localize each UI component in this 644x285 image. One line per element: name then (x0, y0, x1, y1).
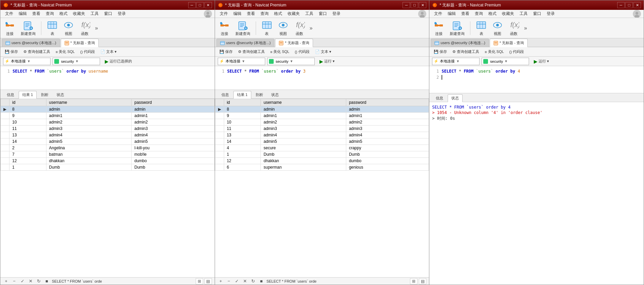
menu-login-1[interactable]: 登录 (116, 10, 128, 17)
func-btn-2[interactable]: f(x) 函数 (293, 19, 306, 37)
beautify-btn-2[interactable]: ≡ 美化 SQL (269, 49, 291, 55)
grid-btn-1[interactable]: ⊞ (196, 278, 203, 284)
func-btn-3[interactable]: f(x) 函数 (507, 19, 521, 37)
stop-btn-1[interactable]: ■ (44, 278, 50, 284)
results-container-2[interactable]: id username password ▶ 8 admin admin 9 a… (215, 99, 429, 277)
maximize-btn-1[interactable]: □ (196, 2, 204, 8)
close-btn-2[interactable]: ✕ (419, 2, 426, 8)
table-row[interactable]: 12 dhakkan dumbo (1, 158, 215, 164)
db-select-3[interactable]: security ▼ (482, 58, 529, 65)
table-row[interactable]: 14 admin5 admin5 (215, 138, 429, 145)
confirm-btn-2[interactable]: ✓ (234, 278, 240, 284)
menu-window-3[interactable]: 窗口 (531, 10, 543, 17)
table-row[interactable]: 9 admin1 admin1 (1, 113, 215, 119)
btab-info-3[interactable]: 信息 (432, 94, 447, 102)
menu-query-3[interactable]: 查询 (473, 10, 485, 17)
minimize-btn-3[interactable]: ─ (617, 2, 625, 8)
run-btn-1[interactable]: ▶ 运行已选择的 (102, 58, 135, 65)
menu-fav-1[interactable]: 收藏夹 (71, 10, 87, 17)
cancel-row-btn-2[interactable]: ✕ (242, 278, 248, 284)
new-query-btn-3[interactable]: 新建查询 (448, 19, 466, 37)
menu-view-2[interactable]: 查看 (245, 10, 257, 17)
text-btn-2[interactable]: 📄 文本 ▾ (313, 49, 333, 55)
func-btn-1[interactable]: f(x) 函数 (78, 19, 92, 37)
btab-info-1[interactable]: 信息 (3, 91, 18, 98)
menu-query-2[interactable]: 查询 (258, 10, 271, 17)
tab-query-2[interactable]: * 无标题 - 查询 (275, 39, 313, 47)
menu-format-3[interactable]: 格式 (486, 10, 499, 17)
form-btn-2[interactable]: ▤ (419, 278, 426, 284)
table-row[interactable]: ▶ 8 admin admin (1, 106, 215, 113)
table-row[interactable]: 6 superman genious (215, 164, 429, 171)
table-row[interactable]: 13 admin4 admin4 (1, 132, 215, 138)
maximize-btn-3[interactable]: □ (625, 2, 633, 8)
connection-select-1[interactable]: ⚡ 本地连接 ▼ (3, 58, 51, 65)
tab-users-1[interactable]: users @security (本地连...) (2, 39, 60, 47)
save-btn-2[interactable]: 💾 保存 (218, 49, 234, 55)
connect-btn-2[interactable]: 连接 (218, 19, 231, 37)
connection-select-2[interactable]: ⚡ 本地连接 ▼ (218, 58, 265, 65)
view-btn-1[interactable]: 视图 (62, 19, 75, 37)
menu-view-3[interactable]: 查看 (459, 10, 471, 17)
menu-format-1[interactable]: 格式 (57, 10, 70, 17)
menu-tools-3[interactable]: 工具 (518, 10, 530, 17)
minimize-btn-1[interactable]: ─ (188, 2, 196, 8)
query-builder-btn-2[interactable]: ⚙ 查询创建工具 (236, 49, 267, 55)
close-btn-1[interactable]: ✕ (204, 2, 212, 8)
menu-tools-2[interactable]: 工具 (303, 10, 315, 17)
connection-select-3[interactable]: ⚡ 本地连接 ▼ (432, 58, 480, 65)
query-builder-btn-1[interactable]: ⚙ 查询创建工具 (22, 49, 52, 55)
save-btn-1[interactable]: 💾 保存 (3, 49, 20, 55)
table-row[interactable]: 1 Dumb Dumb (1, 164, 215, 171)
table-row[interactable]: 14 admin5 admin5 (1, 138, 215, 145)
col-password-1[interactable]: password (132, 99, 214, 106)
table-btn-2[interactable]: 表 (260, 19, 274, 37)
btab-result-1[interactable]: 结果 1 (19, 91, 37, 99)
menu-fav-2[interactable]: 收藏夹 (286, 10, 302, 17)
sql-editor-2[interactable]: 1 SELECT * FROM `users` order by 3 (215, 66, 429, 90)
menu-login-2[interactable]: 登录 (330, 10, 343, 17)
form-btn-1[interactable]: ▤ (204, 278, 212, 284)
view-btn-2[interactable]: 视图 (276, 19, 290, 37)
btab-profile-2[interactable]: 剖析 (252, 91, 267, 98)
menu-format-2[interactable]: 格式 (272, 10, 284, 17)
col-id-1[interactable]: id (9, 99, 46, 106)
maximize-btn-2[interactable]: □ (411, 2, 418, 8)
table-row[interactable]: 11 admin3 admin3 (215, 126, 429, 132)
snippet-btn-2[interactable]: () 代码段 (293, 49, 311, 55)
minimize-btn-2[interactable]: ─ (403, 2, 410, 8)
table-row[interactable]: 9 admin1 admin1 (215, 113, 429, 119)
query-builder-btn-3[interactable]: ⚙ 查询创建工具 (451, 49, 481, 55)
table-row[interactable]: 7 batman mob!le (1, 151, 215, 158)
menu-view-1[interactable]: 查看 (30, 10, 42, 17)
toolbar-more-2[interactable]: » (309, 25, 313, 31)
col-id-2[interactable]: id (224, 99, 261, 106)
menu-tools-1[interactable]: 工具 (89, 10, 101, 17)
btab-status-3[interactable]: 状态 (448, 94, 463, 102)
menu-edit-1[interactable]: 编辑 (17, 10, 29, 17)
cancel-row-btn-1[interactable]: ✕ (27, 278, 34, 284)
toolbar-more-3[interactable]: » (523, 25, 528, 31)
col-username-2[interactable]: username (261, 99, 346, 106)
text-btn-1[interactable]: 📄 文本 ▾ (99, 49, 118, 55)
connect-btn-3[interactable]: 连接 (432, 19, 446, 37)
tab-query-1[interactable]: * 无标题 - 查询 (61, 39, 99, 47)
menu-file-1[interactable]: 文件 (3, 10, 15, 17)
snippet-btn-3[interactable]: () 代码段 (508, 49, 526, 55)
results-container-1[interactable]: id username password ▶ 8 admin admin 9 a… (0, 99, 215, 277)
menu-edit-3[interactable]: 编辑 (446, 10, 458, 17)
delete-row-btn-2[interactable]: − (226, 278, 232, 284)
menu-file-3[interactable]: 文件 (432, 10, 444, 17)
menu-fav-3[interactable]: 收藏夹 (500, 10, 516, 17)
run-btn-3[interactable]: ▶ 运行 ▾ (531, 58, 552, 65)
table-btn-3[interactable]: 表 (474, 19, 488, 37)
table-row[interactable]: 2 Angelina I-kill-you (1, 145, 215, 151)
table-row[interactable]: 13 admin4 admin4 (215, 132, 429, 138)
table-row[interactable]: 4 secure crappy (215, 145, 429, 151)
sql-editor-3[interactable]: 1 SELECT * FROM `users` order by 4 2 (429, 66, 644, 93)
table-row[interactable]: 12 dhakkan dumbo (215, 158, 429, 164)
connect-btn-1[interactable]: 连接 (3, 19, 17, 37)
table-row[interactable]: 10 admin2 admin2 (1, 119, 215, 126)
btab-result-2[interactable]: 结果 1 (233, 91, 251, 99)
btab-info-2[interactable]: 信息 (218, 91, 233, 98)
